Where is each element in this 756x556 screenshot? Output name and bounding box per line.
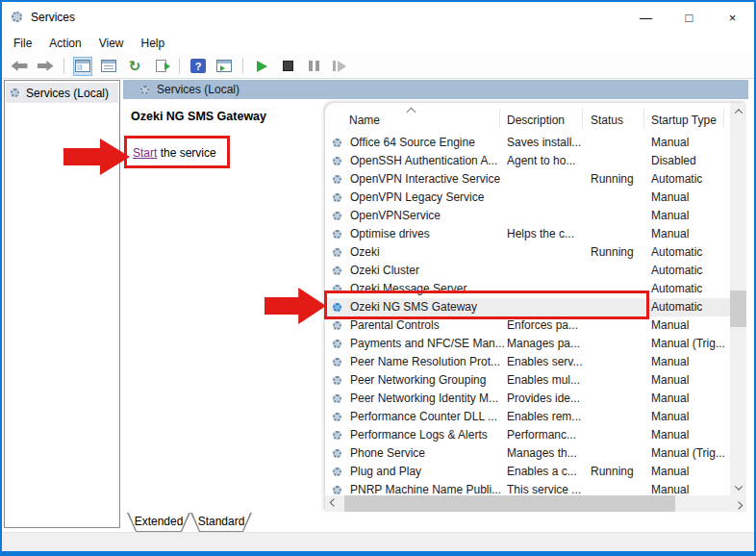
cell-status [591, 262, 651, 280]
table-row[interactable]: Ozeki Cluster Automatic [325, 262, 730, 280]
vertical-scrollbar[interactable] [730, 103, 746, 495]
cell-description [507, 243, 591, 262]
cell-description: Provides ide... [507, 390, 591, 408]
table-row[interactable]: OpenVPNService Manual [325, 207, 730, 225]
menu-view[interactable]: View [90, 37, 133, 50]
chevron-up-icon [734, 109, 742, 116]
export-list-button[interactable] [151, 57, 170, 76]
properties-icon [101, 60, 116, 72]
cell-description: Agent to ho... [507, 152, 591, 170]
tab-standard-label: Standard [190, 513, 252, 532]
cell-status [591, 444, 651, 463]
column-header-name[interactable]: Name [349, 114, 380, 127]
close-button[interactable]: × [711, 2, 754, 33]
chevron-down-icon [734, 482, 742, 490]
column-header-description[interactable]: Description [507, 114, 565, 127]
table-row[interactable]: Peer Networking Grouping Enables mul... … [325, 371, 730, 390]
cell-description [507, 170, 591, 189]
vertical-scroll-thumb[interactable] [730, 291, 746, 327]
table-row[interactable]: Performance Logs & Alerts Performanc... … [325, 426, 730, 444]
scroll-down-button[interactable] [730, 479, 746, 495]
pause-service-button[interactable] [304, 57, 323, 76]
start-service-button[interactable] [252, 57, 271, 76]
table-row[interactable]: Optimise drives Helps the c... Manual [325, 225, 730, 243]
menu-help[interactable]: Help [133, 37, 174, 50]
horizontal-scroll-thumb[interactable] [344, 495, 675, 512]
table-row[interactable]: OpenVPN Interactive Service Running Auto… [325, 170, 730, 189]
services-node-icon [11, 88, 19, 97]
scroll-up-button[interactable] [730, 103, 746, 119]
cell-name: Ozeki [350, 243, 507, 262]
column-divider[interactable] [723, 109, 724, 128]
minimize-button[interactable]: — [624, 2, 668, 33]
toolbar-separator [63, 58, 64, 74]
restart-service-button[interactable] [330, 57, 349, 76]
red-box-service-row-annotation [324, 291, 649, 319]
maximize-button[interactable]: □ [668, 2, 711, 33]
cell-status: Running [591, 243, 651, 262]
table-row[interactable]: Plug and Play Enables a c... Running Man… [325, 463, 730, 481]
table-row[interactable]: Office 64 Source Engine Saves install...… [325, 134, 730, 152]
sidebar-item-label: Services (Local) [26, 87, 109, 100]
cell-name: Phone Service [350, 444, 507, 463]
table-row[interactable]: Phone Service Manages th... Manual (Trig… [325, 444, 730, 463]
table-row[interactable]: Performance Counter DLL ... Enables rem.… [325, 408, 730, 426]
table-row[interactable]: Payments and NFC/SE Man... Manages pa...… [325, 335, 730, 353]
cell-startup-type: Manual [651, 426, 730, 444]
column-header-status[interactable]: Status [591, 114, 623, 127]
column-divider[interactable] [643, 109, 644, 128]
cell-name: Office 64 Source Engine [350, 134, 507, 152]
scroll-right-button[interactable] [730, 495, 746, 512]
cell-name: OpenVPN Legacy Service [350, 189, 507, 207]
cell-status [591, 390, 651, 408]
status-bar [2, 532, 754, 551]
cell-status [591, 134, 651, 152]
cell-startup-type: Manual (Trig... [651, 444, 730, 463]
properties-button[interactable] [99, 57, 118, 76]
cell-status [591, 335, 651, 353]
table-row[interactable]: Peer Name Resolution Prot... Enables ser… [325, 353, 730, 371]
help-button[interactable]: ? [189, 57, 208, 76]
scroll-left-button[interactable] [325, 495, 341, 512]
table-row[interactable]: OpenVPN Legacy Service Manual [325, 189, 730, 207]
selected-service-title: Ozeki NG SMS Gateway [131, 110, 266, 123]
forward-button[interactable] [36, 57, 55, 76]
refresh-button[interactable]: ↻ [125, 57, 144, 76]
table-row[interactable]: OpenSSH Authentication A... Agent to ho.… [325, 152, 730, 170]
cell-startup-type: Manual [651, 189, 730, 207]
table-row[interactable]: Peer Networking Identity M... Provides i… [325, 390, 730, 408]
cell-name: OpenVPN Interactive Service [350, 170, 507, 189]
horizontal-scrollbar[interactable] [325, 495, 746, 512]
cell-description: Manages pa... [507, 335, 591, 353]
service-gear-icon [333, 266, 341, 275]
show-console-tree-button[interactable] [73, 57, 92, 76]
cell-startup-type: Manual [651, 207, 730, 225]
export-list-icon [156, 60, 166, 72]
column-header-startup-type[interactable]: Startup Type [651, 114, 717, 127]
list-header: Name Description Status Startup Type [325, 103, 730, 134]
cell-description: Manages th... [507, 444, 591, 463]
service-gear-icon [333, 248, 341, 257]
column-divider[interactable] [582, 109, 583, 128]
stop-service-button[interactable] [278, 57, 297, 76]
title-bar[interactable]: Services — □ × [2, 2, 754, 33]
service-gear-icon [333, 449, 341, 458]
menu-action[interactable]: Action [40, 37, 89, 50]
cell-name: Payments and NFC/SE Man... [350, 335, 507, 353]
back-icon [12, 61, 28, 71]
menu-file[interactable]: File [2, 37, 40, 50]
tab-standard[interactable]: Standard [190, 513, 252, 532]
cell-description: Enables rem... [507, 408, 591, 426]
column-divider[interactable] [499, 109, 500, 128]
sidebar-item-services-local[interactable]: Services (Local) [6, 83, 118, 103]
extended-view-button[interactable] [214, 57, 234, 76]
forward-icon [38, 61, 54, 71]
cell-startup-type: Automatic [651, 170, 730, 189]
back-button[interactable] [10, 57, 29, 76]
service-gear-icon [333, 340, 341, 348]
tab-extended[interactable]: Extended [127, 513, 190, 532]
table-row[interactable]: Ozeki Running Automatic [325, 243, 730, 262]
cell-name: Performance Logs & Alerts [350, 426, 507, 444]
toolbar: ↻ ? [2, 54, 754, 79]
cell-description [507, 189, 591, 207]
